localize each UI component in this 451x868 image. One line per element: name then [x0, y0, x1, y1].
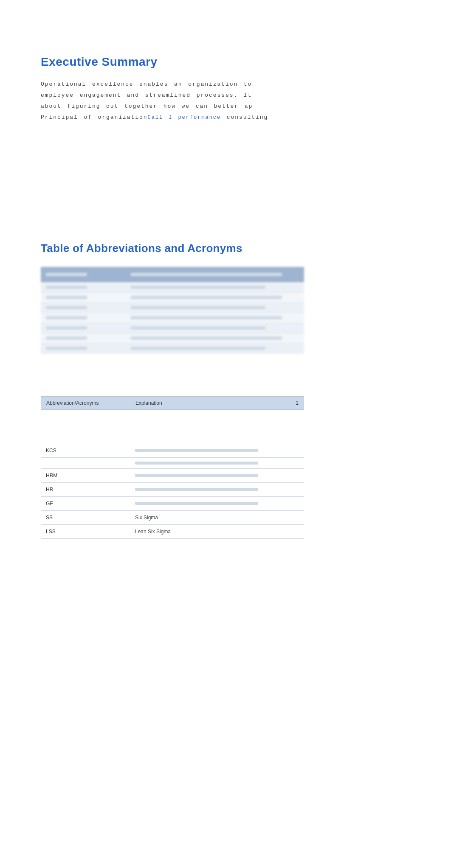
table-row: HRM — [41, 468, 304, 482]
top-section: Executive Summary Operational excellence… — [0, 0, 451, 140]
blurred-row-1 — [41, 282, 304, 292]
blurred-row-5 — [41, 323, 304, 333]
bottom-data-section: KCS HRM HR GE SS Six Sigma — [0, 444, 451, 556]
abbr-cell: GE — [41, 496, 130, 510]
blurred-preview-table — [41, 267, 304, 354]
abbreviations-section: Table of Abbreviations and Acronyms — [0, 140, 451, 396]
blurred-header-col1 — [41, 267, 126, 282]
blurred-header-row — [41, 267, 304, 282]
blurred-row-3 — [41, 302, 304, 313]
abbr-cell: KCS — [41, 444, 130, 458]
blurred-header-col2 — [126, 267, 304, 282]
blurred-row-7 — [41, 343, 304, 353]
table-row: KCS — [41, 444, 304, 458]
explanation-cell — [130, 468, 304, 482]
footer-header-abbr-label: Abbreviation/Acronyms — [46, 400, 135, 406]
table-row: LSS Lean Six Sigma — [41, 524, 304, 538]
abbr-cell: HRM — [41, 468, 130, 482]
exec-line-1: Operational excellence enables an organi… — [41, 81, 252, 87]
blurred-row-4 — [41, 313, 304, 323]
explanation-cell: Six Sigma — [130, 510, 304, 524]
explanation-cell — [130, 444, 304, 458]
exec-line-4: Principal of organizationCall I performa… — [41, 114, 268, 120]
blurred-row-2 — [41, 292, 304, 302]
executive-summary-title: Executive Summary — [41, 55, 410, 69]
blurred-table — [41, 267, 304, 354]
executive-summary-body: Operational excellence enables an organi… — [41, 79, 389, 123]
table-row: HR — [41, 482, 304, 496]
footer-header-explanation-label: Explanation — [135, 400, 286, 406]
explanation-cell — [130, 482, 304, 496]
footer-table-section: Abbreviation/Acronyms Explanation 1 — [0, 396, 451, 410]
explanation-cell — [130, 496, 304, 510]
exec-line-3: about figuring out together how we can b… — [41, 103, 253, 109]
footer-header-page-num: 1 — [286, 400, 299, 406]
footer-header-row: Abbreviation/Acronyms Explanation 1 — [41, 396, 304, 410]
abbreviations-title: Table of Abbreviations and Acronyms — [41, 242, 410, 255]
page-container: Executive Summary Operational excellence… — [0, 0, 451, 556]
table-row: GE — [41, 496, 304, 510]
table-row: SS Six Sigma — [41, 510, 304, 524]
table-row — [41, 457, 304, 468]
explanation-cell: Lean Six Sigma — [130, 524, 304, 538]
blurred-row-6 — [41, 333, 304, 343]
abbreviations-data-table: KCS HRM HR GE SS Six Sigma — [41, 444, 304, 539]
overlay-link[interactable]: Call I performance — [148, 115, 221, 120]
exec-line-2: employee engagement and streamlined proc… — [41, 92, 252, 98]
abbr-cell: HR — [41, 482, 130, 496]
abbr-cell: LSS — [41, 524, 130, 538]
abbr-cell: SS — [41, 510, 130, 524]
